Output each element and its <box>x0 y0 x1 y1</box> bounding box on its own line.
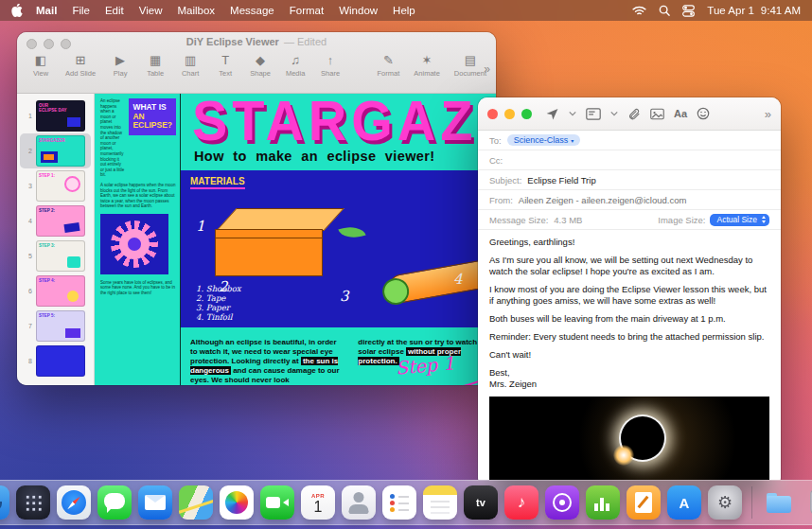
toolbar-play-button[interactable]: ▶Play <box>110 53 131 78</box>
dock-calendar-icon[interactable]: APR1 <box>301 485 335 520</box>
to-field[interactable]: To: Science-Class ▾ <box>478 131 781 150</box>
apple-menu[interactable] <box>11 4 23 17</box>
slide-preview-label: OUR ECLIPSE DAY <box>39 103 67 113</box>
toolbar-text-button[interactable]: TText <box>215 53 236 78</box>
dock-downloads-icon[interactable] <box>762 485 796 520</box>
from-label: From: <box>489 195 513 205</box>
image-size-select[interactable]: Actual Size <box>710 214 769 226</box>
toolbar-overflow-button[interactable]: » <box>765 107 771 121</box>
toolbar-document-button[interactable]: ▤Document <box>454 53 486 78</box>
dock-reminders-icon[interactable] <box>382 485 416 520</box>
toolbar-label: Media <box>286 69 305 78</box>
dock-maps-icon[interactable] <box>179 485 213 520</box>
close-button[interactable] <box>26 39 37 49</box>
dock-pages-icon[interactable] <box>627 485 661 520</box>
slide-thumbnail-3[interactable]: 3STEP 1: <box>20 168 91 203</box>
slide-preview-label: STARGAZER <box>39 138 67 143</box>
menu-item-help[interactable]: Help <box>393 5 415 16</box>
header-fields-button[interactable] <box>586 108 601 120</box>
menu-item-file[interactable]: File <box>72 5 90 16</box>
message-size-label: Message Size: <box>489 215 548 225</box>
toolbar-view-button[interactable]: ◧View <box>30 53 51 78</box>
toolbar-format-button[interactable]: ✎Format <box>378 53 400 78</box>
menu-item-edit[interactable]: Edit <box>105 5 124 16</box>
send-options-chevron-icon[interactable] <box>569 111 576 116</box>
menu-item-view[interactable]: View <box>139 5 163 16</box>
slide-thumbnail-2[interactable]: 2STARGAZER <box>20 133 91 168</box>
attach-button[interactable] <box>627 107 641 121</box>
toolbar-add-slide-button[interactable]: ⊞Add Slide <box>65 53 96 78</box>
menu-item-mail[interactable]: Mail <box>36 5 57 16</box>
dock-mail-icon[interactable] <box>138 485 172 520</box>
materials-item: 3. Paper <box>196 303 241 312</box>
dock-photos-icon[interactable] <box>220 485 254 520</box>
menu-item-mailbox[interactable]: Mailbox <box>177 5 215 16</box>
menu-bar: MailFileEditViewMailboxMessageFormatWind… <box>0 0 812 21</box>
dock-contacts-icon[interactable] <box>342 485 376 520</box>
cc-field[interactable]: Cc: <box>478 150 781 170</box>
wifi-icon[interactable] <box>632 6 646 16</box>
dock-tv-icon[interactable] <box>464 485 498 520</box>
subject-value: Eclipse Field Trip <box>527 175 595 185</box>
slide-thumbnail-1[interactable]: 1OUR ECLIPSE DAY <box>20 98 91 133</box>
format-button[interactable]: Aa <box>674 108 687 119</box>
zoom-button[interactable] <box>521 109 532 119</box>
toolbar-share-button[interactable]: ↑Share <box>320 53 341 78</box>
header-options-chevron-icon[interactable] <box>610 111 618 116</box>
dock-notes-icon[interactable] <box>423 485 457 520</box>
close-button[interactable] <box>487 109 498 119</box>
zoom-button[interactable] <box>61 39 71 49</box>
slide-thumbnail-4[interactable]: 4STEP 2: <box>20 203 91 238</box>
slide-number: 5 <box>26 253 32 259</box>
animate-icon: ✶ <box>422 53 432 68</box>
dock-trash-icon[interactable] <box>803 485 812 520</box>
window-controls[interactable] <box>487 109 532 119</box>
slide-thumbnail-7[interactable]: 7STEP 5: <box>20 309 91 344</box>
dock-appstore-icon[interactable] <box>667 485 701 520</box>
toolbar-label: Play <box>114 69 128 78</box>
dock-finder-icon[interactable] <box>0 485 9 520</box>
dock-numbers-icon[interactable] <box>586 485 620 520</box>
subject-field[interactable]: Subject: Eclipse Field Trip <box>478 170 781 190</box>
menu-item-format[interactable]: Format <box>290 5 324 16</box>
minimize-button[interactable] <box>504 109 515 119</box>
mail-body[interactable]: Greetings, earthlings!As I'm sure you al… <box>478 230 781 390</box>
slide-left-column: An eclipse happens when a moon or planet… <box>95 94 180 385</box>
emoji-button[interactable] <box>697 107 710 120</box>
dock-facetime-icon[interactable] <box>260 485 294 520</box>
dock-messages-icon[interactable] <box>97 485 132 520</box>
menu-item-window[interactable]: Window <box>339 5 378 16</box>
menu-item-message[interactable]: Message <box>230 5 274 16</box>
recipient-token[interactable]: Science-Class ▾ <box>507 134 581 146</box>
toolbar-media-button[interactable]: ♫Media <box>285 53 306 78</box>
dock-launchpad-icon[interactable] <box>16 485 50 520</box>
search-icon[interactable] <box>659 5 670 16</box>
slide-number: 6 <box>26 288 32 294</box>
dock-music-icon[interactable] <box>504 485 538 520</box>
menu-clock[interactable]: Tue Apr 1 9:41 AM <box>707 5 801 16</box>
from-field[interactable]: From: Aileen Zeigen - aileen.zeigen@iclo… <box>478 190 781 210</box>
dock-settings-icon[interactable] <box>708 485 742 520</box>
materials-number: 3 <box>340 288 349 305</box>
slide-number: 3 <box>26 183 32 189</box>
slide-thumbnail-6[interactable]: 6STEP 4: <box>20 273 91 309</box>
slide-canvas[interactable]: An eclipse happens when a moon or planet… <box>95 94 496 385</box>
slide-thumbnail-5[interactable]: 5STEP 3: <box>20 238 91 273</box>
insert-photo-button[interactable] <box>650 108 664 120</box>
minimize-button[interactable] <box>44 39 54 49</box>
toolbar-overflow-button[interactable]: » <box>484 55 490 76</box>
mail-paragraph: Both buses will be leaving from the main… <box>489 313 769 325</box>
recipient-name: Science-Class <box>514 135 569 145</box>
toolbar-label: Animate <box>414 69 440 78</box>
toolbar-animate-button[interactable]: ✶Animate <box>414 53 440 78</box>
toolbar-table-button[interactable]: ▦Table <box>145 53 166 78</box>
toolbar-chart-button[interactable]: ▥Chart <box>180 53 201 78</box>
dock-safari-icon[interactable] <box>57 485 91 520</box>
send-button[interactable] <box>545 107 559 121</box>
slide-thumbnail-8[interactable]: 8 <box>20 344 91 379</box>
eclipse-photo-attachment[interactable] <box>489 397 769 486</box>
toolbar-shape-button[interactable]: ◆Shape <box>250 53 271 78</box>
window-controls[interactable] <box>26 39 71 49</box>
control-center-icon[interactable] <box>682 5 695 17</box>
dock-podcasts-icon[interactable] <box>545 485 579 520</box>
